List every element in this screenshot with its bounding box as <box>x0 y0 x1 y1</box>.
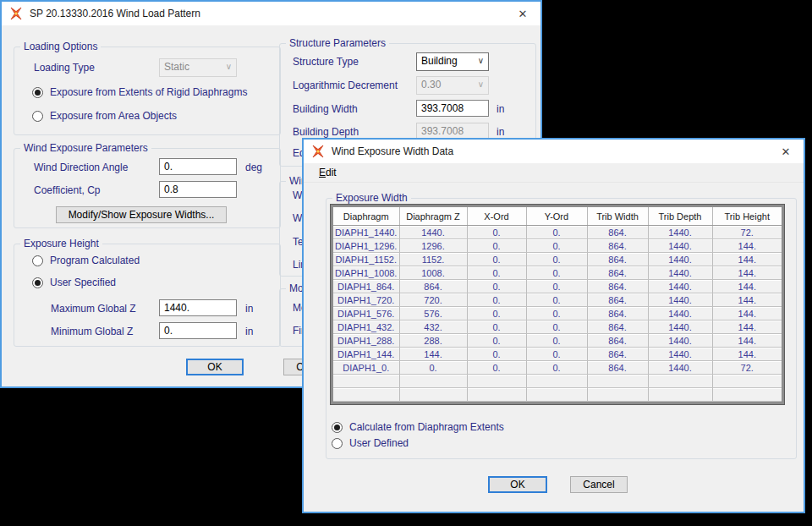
table-cell[interactable]: 1440. <box>648 348 712 361</box>
table-cell[interactable]: 1440. <box>648 293 712 307</box>
table-cell[interactable]: 1008. <box>399 266 467 280</box>
table-cell[interactable]: DIAPH1_1008. <box>333 266 399 280</box>
table-cell[interactable]: 0. <box>399 361 467 375</box>
table-cell[interactable]: DIAPH1_288. <box>333 334 399 348</box>
table-cell[interactable]: 0. <box>467 348 526 361</box>
table-cell[interactable]: 864. <box>587 321 648 334</box>
ok-button[interactable]: OK <box>488 476 547 493</box>
table-cell[interactable]: 1440. <box>648 321 712 334</box>
table-cell[interactable]: 0. <box>467 307 526 321</box>
wind-load-pattern-titlebar[interactable]: SP 20.13330.2016 Wind Load Pattern ✕ <box>2 2 540 25</box>
table-cell[interactable]: 432. <box>399 321 467 334</box>
table-cell[interactable]: 1440. <box>648 239 712 253</box>
table-cell[interactable]: 72. <box>712 226 782 239</box>
table-cell[interactable]: 864. <box>587 293 648 307</box>
table-cell[interactable] <box>712 375 782 388</box>
table-cell[interactable]: 0. <box>526 307 587 321</box>
table-cell[interactable]: 144. <box>712 266 782 280</box>
table-cell[interactable]: 1440. <box>648 334 712 348</box>
table-cell[interactable]: 1296. <box>399 239 467 253</box>
table-cell[interactable]: DIAPH1_1296. <box>333 239 399 253</box>
table-header-cell[interactable]: Trib Width <box>587 207 648 226</box>
table-cell[interactable]: 576. <box>399 307 467 321</box>
table-cell[interactable]: 1440. <box>648 361 712 375</box>
table-cell[interactable]: 144. <box>712 334 782 348</box>
radio-user-defined[interactable]: User Defined <box>332 437 409 449</box>
table-cell[interactable]: 1440. <box>648 280 712 293</box>
table-cell[interactable] <box>526 375 587 388</box>
table-cell[interactable] <box>648 388 712 402</box>
table-cell[interactable] <box>399 375 467 388</box>
table-cell[interactable]: DIAPH1_432. <box>333 321 399 334</box>
building-width-field[interactable]: 393.7008 <box>416 100 489 117</box>
table-cell[interactable] <box>712 388 782 402</box>
table-cell[interactable]: DIAPH1_1152. <box>333 253 399 266</box>
table-cell[interactable]: 144. <box>712 239 782 253</box>
table-cell[interactable]: DIAPH1_0. <box>333 361 399 375</box>
table-cell[interactable]: DIAPH1_1440. <box>333 226 399 239</box>
coefficient-cp-field[interactable]: 0.8 <box>159 181 237 198</box>
table-cell[interactable]: 864. <box>587 280 648 293</box>
table-cell[interactable]: 0. <box>526 253 587 266</box>
table-header-cell[interactable]: Diaphragm <box>333 207 399 226</box>
table-cell[interactable] <box>399 388 467 402</box>
table-cell[interactable]: 864. <box>399 280 467 293</box>
table-cell[interactable]: 144. <box>712 307 782 321</box>
wind-exposure-width-titlebar[interactable]: Wind Exposure Width Data ✕ <box>304 140 804 163</box>
table-cell[interactable]: 144. <box>712 321 782 334</box>
table-cell[interactable]: 144. <box>399 348 467 361</box>
table-header-cell[interactable]: Trib Height <box>712 207 782 226</box>
table-cell[interactable]: 144. <box>712 280 782 293</box>
table-header-cell[interactable]: X-Ord <box>467 207 526 226</box>
table-cell[interactable]: 0. <box>467 239 526 253</box>
table-cell[interactable]: 0. <box>467 334 526 348</box>
table-cell[interactable] <box>467 388 526 402</box>
table-cell[interactable] <box>526 388 587 402</box>
close-icon[interactable]: ✕ <box>505 2 540 25</box>
table-cell[interactable] <box>648 375 712 388</box>
table-cell[interactable]: 0. <box>526 321 587 334</box>
structure-type-dropdown[interactable]: Building ∨ <box>416 52 489 71</box>
table-cell[interactable]: 144. <box>712 253 782 266</box>
table-cell[interactable]: 144. <box>712 348 782 361</box>
table-cell[interactable]: 1152. <box>399 253 467 266</box>
table-cell[interactable] <box>587 388 648 402</box>
table-cell[interactable] <box>467 375 526 388</box>
table-cell[interactable]: 864. <box>587 266 648 280</box>
table-cell[interactable]: DIAPH1_720. <box>333 293 399 307</box>
table-cell[interactable]: 0. <box>467 321 526 334</box>
table-header-cell[interactable]: Diaphragm Z <box>399 207 467 226</box>
radio-calculate-from-diaphragm-extents[interactable]: Calculate from Diaphragm Extents <box>332 421 504 433</box>
table-cell[interactable]: 0. <box>467 226 526 239</box>
table-cell[interactable]: 864. <box>587 226 648 239</box>
modify-show-exposure-widths-button[interactable]: Modify/Show Exposure Widths... <box>56 206 227 223</box>
table-cell[interactable] <box>587 375 648 388</box>
cancel-button[interactable]: Cancel <box>570 476 628 493</box>
table-cell[interactable]: 288. <box>399 334 467 348</box>
radio-program-calculated[interactable]: Program Calculated <box>32 255 140 266</box>
minimum-global-z-field[interactable]: 0. <box>159 322 237 339</box>
table-cell[interactable]: 1440. <box>648 307 712 321</box>
table-cell[interactable]: 864. <box>587 239 648 253</box>
table-header-cell[interactable]: Y-Ord <box>526 207 587 226</box>
table-cell[interactable]: 72. <box>712 361 782 375</box>
table-cell[interactable]: 0. <box>526 266 587 280</box>
table-cell[interactable]: 0. <box>467 253 526 266</box>
table-cell[interactable]: 0. <box>467 361 526 375</box>
table-cell[interactable]: 1440. <box>648 253 712 266</box>
table-cell[interactable]: 0. <box>526 226 587 239</box>
wind-direction-angle-field[interactable]: 0. <box>159 158 237 175</box>
table-cell[interactable]: 0. <box>526 348 587 361</box>
maximum-global-z-field[interactable]: 1440. <box>159 299 237 316</box>
table-cell[interactable] <box>333 375 399 388</box>
close-icon[interactable]: ✕ <box>768 140 804 163</box>
radio-user-specified[interactable]: User Specified <box>32 277 116 288</box>
table-cell[interactable]: 0. <box>526 361 587 375</box>
table-cell[interactable]: 0. <box>526 280 587 293</box>
table-cell[interactable]: 864. <box>587 334 648 348</box>
table-cell[interactable]: DIAPH1_576. <box>333 307 399 321</box>
table-cell[interactable]: 864. <box>587 361 648 375</box>
table-cell[interactable]: 1440. <box>648 226 712 239</box>
ok-button[interactable]: OK <box>186 359 244 375</box>
table-cell[interactable]: 0. <box>467 293 526 307</box>
